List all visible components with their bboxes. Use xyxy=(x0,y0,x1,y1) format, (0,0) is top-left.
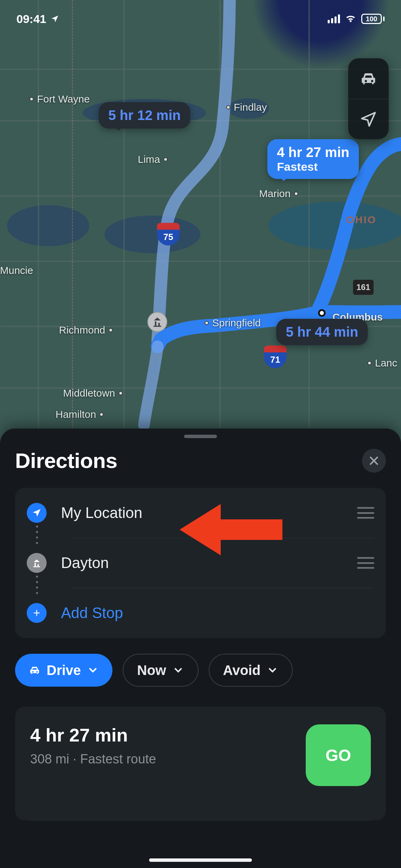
locate-me-button[interactable] xyxy=(348,99,389,139)
route-subtitle: 308 mi · Fastest route xyxy=(30,752,156,767)
city-marion: Marion xyxy=(259,188,298,200)
state-label-ohio: OHIO xyxy=(346,214,377,226)
status-bar: 09:41 100 xyxy=(0,0,401,38)
chevron-down-icon xyxy=(87,664,99,676)
map-mode-button[interactable] xyxy=(348,58,389,99)
reorder-handle-icon[interactable] xyxy=(357,557,374,569)
avoid-chip[interactable]: Avoid xyxy=(209,654,293,687)
city-hamilton: Hamilton xyxy=(56,409,104,420)
city-richmond: Richmond xyxy=(59,324,113,336)
city-lima: Lima xyxy=(138,154,168,165)
interstate-shield-75: 75 xyxy=(157,223,180,245)
route-callout-fastest[interactable]: 4 hr 27 min Fastest xyxy=(267,139,359,179)
chevron-down-icon xyxy=(172,664,184,676)
road xyxy=(0,195,401,197)
chip-label: Avoid xyxy=(223,663,261,678)
chip-label: Drive xyxy=(47,663,81,678)
destination-pin-icon[interactable] xyxy=(147,312,167,332)
road xyxy=(0,120,401,121)
map-controls xyxy=(348,58,389,139)
columbus-dot xyxy=(318,309,326,317)
route-duration: 4 hr 27 min xyxy=(30,724,156,746)
location-arrow-icon xyxy=(360,110,377,128)
road xyxy=(0,387,401,389)
battery-icon: 100 xyxy=(361,14,385,24)
city-middletown: Middletown xyxy=(63,387,123,399)
chevron-down-icon xyxy=(267,664,278,676)
chip-label: Now xyxy=(137,663,166,678)
add-stop-button[interactable]: Add Stop xyxy=(15,588,386,638)
sheet-grabber[interactable] xyxy=(184,435,217,438)
stop-row-destination[interactable]: Dayton xyxy=(15,538,386,588)
city-findlay: Findlay xyxy=(226,101,267,113)
wifi-icon xyxy=(345,12,356,25)
car-icon xyxy=(29,664,40,676)
stop-label-origin: My Location xyxy=(61,504,357,521)
state-border xyxy=(72,0,73,439)
city-lancaster: Lanc xyxy=(367,357,397,369)
city-muncie: Muncie xyxy=(0,265,33,276)
city-springfield: Springfield xyxy=(205,317,261,329)
status-time: 09:41 xyxy=(16,12,59,26)
close-icon xyxy=(368,455,380,467)
route-stops-card: My Location Dayton Add Stop xyxy=(15,488,386,638)
add-stop-label: Add Stop xyxy=(61,604,374,622)
route-callout-fastest-label: Fastest xyxy=(277,160,349,173)
stop-row-origin[interactable]: My Location xyxy=(15,488,386,538)
destination-icon xyxy=(27,553,47,573)
transport-mode-chip[interactable]: Drive xyxy=(15,654,112,687)
reorder-handle-icon[interactable] xyxy=(357,507,374,519)
car-icon xyxy=(360,70,377,87)
sheet-title: Directions xyxy=(15,448,117,473)
route-shield-161: 161 xyxy=(353,280,374,295)
location-services-icon xyxy=(50,14,59,23)
road xyxy=(0,69,401,70)
home-indicator[interactable] xyxy=(149,858,252,862)
city-fort-wayne: Fort Wayne xyxy=(29,93,90,105)
my-location-icon xyxy=(27,503,47,523)
cellular-icon xyxy=(328,14,340,23)
road xyxy=(0,261,401,262)
stop-label-destination: Dayton xyxy=(61,554,357,571)
interstate-shield-71: 71 xyxy=(264,346,287,368)
directions-sheet[interactable]: Directions My Location Dayton xyxy=(0,429,401,868)
close-button[interactable] xyxy=(362,449,386,473)
route-callout-alt1[interactable]: 5 hr 12 min xyxy=(99,102,190,129)
plus-icon xyxy=(27,603,47,623)
route-callout-fastest-time: 4 hr 27 min xyxy=(277,145,349,160)
route-option-card[interactable]: 4 hr 27 min 308 mi · Fastest route GO xyxy=(15,707,386,820)
depart-time-chip[interactable]: Now xyxy=(123,654,198,687)
options-row: Drive Now Avoid xyxy=(15,654,386,687)
go-button[interactable]: GO xyxy=(306,724,371,786)
route-callout-alt2[interactable]: 5 hr 44 min xyxy=(276,319,368,345)
divider xyxy=(30,820,371,821)
